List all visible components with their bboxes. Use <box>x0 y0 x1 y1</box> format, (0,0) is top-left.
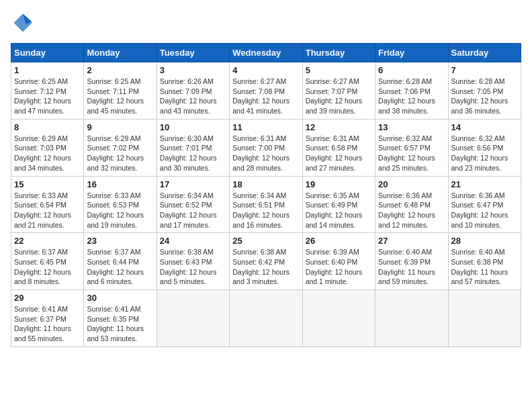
day-number: 10 <box>160 122 226 132</box>
day-info: Sunrise: 6:40 AMSunset: 6:38 PMDaylight:… <box>451 247 518 287</box>
day-number: 18 <box>232 179 299 189</box>
day-number: 19 <box>306 179 372 189</box>
weekday-header: Tuesday <box>157 44 229 62</box>
calendar-day-cell: 10Sunrise: 6:30 AMSunset: 7:01 PMDayligh… <box>157 119 229 176</box>
day-info: Sunrise: 6:41 AMSunset: 6:37 PMDaylight:… <box>14 304 81 344</box>
day-info: Sunrise: 6:35 AMSunset: 6:49 PMDaylight:… <box>306 191 372 230</box>
calendar-day-cell <box>448 290 521 347</box>
calendar-week-row: 8Sunrise: 6:29 AMSunset: 7:03 PMDaylight… <box>11 119 521 176</box>
calendar-day-cell: 13Sunrise: 6:32 AMSunset: 6:57 PMDayligh… <box>375 119 448 176</box>
calendar-day-cell: 29Sunrise: 6:41 AMSunset: 6:37 PMDayligh… <box>11 290 84 347</box>
logo-icon <box>11 11 35 35</box>
day-number: 8 <box>14 122 81 132</box>
calendar-day-cell: 20Sunrise: 6:36 AMSunset: 6:48 PMDayligh… <box>375 176 448 233</box>
day-info: Sunrise: 6:33 AMSunset: 6:53 PMDaylight:… <box>87 191 153 230</box>
calendar-table: SundayMondayTuesdayWednesdayThursdayFrid… <box>11 43 521 347</box>
day-number: 5 <box>306 65 372 75</box>
weekday-header-row: SundayMondayTuesdayWednesdayThursdayFrid… <box>11 44 521 62</box>
day-info: Sunrise: 6:38 AMSunset: 6:42 PMDaylight:… <box>232 247 299 287</box>
calendar-day-cell: 14Sunrise: 6:32 AMSunset: 6:56 PMDayligh… <box>448 119 521 176</box>
calendar-day-cell: 21Sunrise: 6:36 AMSunset: 6:47 PMDayligh… <box>448 176 521 233</box>
day-info: Sunrise: 6:32 AMSunset: 6:56 PMDaylight:… <box>451 134 518 173</box>
calendar-day-cell: 26Sunrise: 6:39 AMSunset: 6:40 PMDayligh… <box>302 233 375 290</box>
calendar-day-cell: 22Sunrise: 6:37 AMSunset: 6:45 PMDayligh… <box>11 233 84 290</box>
day-info: Sunrise: 6:28 AMSunset: 7:05 PMDaylight:… <box>451 77 518 116</box>
page-header <box>11 11 521 35</box>
day-info: Sunrise: 6:31 AMSunset: 6:58 PMDaylight:… <box>306 134 372 173</box>
day-number: 9 <box>87 122 153 132</box>
day-number: 1 <box>14 65 81 75</box>
calendar-day-cell: 17Sunrise: 6:34 AMSunset: 6:52 PMDayligh… <box>157 176 229 233</box>
day-info: Sunrise: 6:27 AMSunset: 7:08 PMDaylight:… <box>232 77 299 116</box>
day-number: 2 <box>87 65 153 75</box>
logo <box>11 11 38 35</box>
day-info: Sunrise: 6:25 AMSunset: 7:11 PMDaylight:… <box>87 77 153 116</box>
calendar-day-cell: 27Sunrise: 6:40 AMSunset: 6:39 PMDayligh… <box>375 233 448 290</box>
calendar-week-row: 1Sunrise: 6:25 AMSunset: 7:12 PMDaylight… <box>11 62 521 120</box>
weekday-header: Monday <box>84 44 157 62</box>
day-number: 25 <box>232 236 299 246</box>
day-number: 26 <box>306 236 372 246</box>
calendar-day-cell: 24Sunrise: 6:38 AMSunset: 6:43 PMDayligh… <box>157 233 229 290</box>
calendar-day-cell: 2Sunrise: 6:25 AMSunset: 7:11 PMDaylight… <box>84 62 157 120</box>
day-info: Sunrise: 6:40 AMSunset: 6:39 PMDaylight:… <box>378 247 445 287</box>
weekday-header: Sunday <box>11 44 84 62</box>
weekday-header: Wednesday <box>230 44 302 62</box>
calendar-day-cell: 18Sunrise: 6:34 AMSunset: 6:51 PMDayligh… <box>230 176 302 233</box>
calendar-day-cell: 30Sunrise: 6:41 AMSunset: 6:35 PMDayligh… <box>84 290 157 347</box>
calendar-day-cell: 28Sunrise: 6:40 AMSunset: 6:38 PMDayligh… <box>448 233 521 290</box>
calendar-day-cell: 4Sunrise: 6:27 AMSunset: 7:08 PMDaylight… <box>230 62 302 120</box>
day-info: Sunrise: 6:25 AMSunset: 7:12 PMDaylight:… <box>14 77 81 116</box>
calendar-week-row: 15Sunrise: 6:33 AMSunset: 6:54 PMDayligh… <box>11 176 521 233</box>
calendar-week-row: 29Sunrise: 6:41 AMSunset: 6:37 PMDayligh… <box>11 290 521 347</box>
day-number: 13 <box>378 122 445 132</box>
day-info: Sunrise: 6:37 AMSunset: 6:45 PMDaylight:… <box>14 247 81 287</box>
calendar-day-cell: 1Sunrise: 6:25 AMSunset: 7:12 PMDaylight… <box>11 62 84 120</box>
day-number: 21 <box>451 179 518 189</box>
day-info: Sunrise: 6:38 AMSunset: 6:43 PMDaylight:… <box>160 247 226 287</box>
day-info: Sunrise: 6:32 AMSunset: 6:57 PMDaylight:… <box>378 134 445 173</box>
day-number: 6 <box>378 65 445 75</box>
day-info: Sunrise: 6:34 AMSunset: 6:51 PMDaylight:… <box>232 191 299 230</box>
calendar-day-cell: 16Sunrise: 6:33 AMSunset: 6:53 PMDayligh… <box>84 176 157 233</box>
day-info: Sunrise: 6:28 AMSunset: 7:06 PMDaylight:… <box>378 77 445 116</box>
day-number: 4 <box>232 65 299 75</box>
day-number: 3 <box>160 65 226 75</box>
calendar-day-cell: 15Sunrise: 6:33 AMSunset: 6:54 PMDayligh… <box>11 176 84 233</box>
day-info: Sunrise: 6:36 AMSunset: 6:47 PMDaylight:… <box>451 191 518 230</box>
calendar-day-cell: 9Sunrise: 6:29 AMSunset: 7:02 PMDaylight… <box>84 119 157 176</box>
weekday-header: Saturday <box>448 44 521 62</box>
calendar-day-cell: 23Sunrise: 6:37 AMSunset: 6:44 PMDayligh… <box>84 233 157 290</box>
svg-marker-0 <box>14 14 32 32</box>
weekday-header: Thursday <box>302 44 375 62</box>
day-info: Sunrise: 6:34 AMSunset: 6:52 PMDaylight:… <box>160 191 226 230</box>
day-number: 15 <box>14 179 81 189</box>
day-number: 16 <box>87 179 153 189</box>
day-number: 23 <box>87 236 153 246</box>
day-info: Sunrise: 6:29 AMSunset: 7:02 PMDaylight:… <box>87 134 153 173</box>
day-number: 30 <box>87 293 153 303</box>
day-info: Sunrise: 6:39 AMSunset: 6:40 PMDaylight:… <box>306 247 372 287</box>
calendar-day-cell <box>302 290 375 347</box>
day-number: 17 <box>160 179 226 189</box>
day-info: Sunrise: 6:27 AMSunset: 7:07 PMDaylight:… <box>306 77 372 116</box>
day-info: Sunrise: 6:29 AMSunset: 7:03 PMDaylight:… <box>14 134 81 173</box>
day-info: Sunrise: 6:33 AMSunset: 6:54 PMDaylight:… <box>14 191 81 230</box>
calendar-day-cell: 5Sunrise: 6:27 AMSunset: 7:07 PMDaylight… <box>302 62 375 120</box>
calendar-day-cell <box>157 290 229 347</box>
calendar-day-cell: 25Sunrise: 6:38 AMSunset: 6:42 PMDayligh… <box>230 233 302 290</box>
day-info: Sunrise: 6:36 AMSunset: 6:48 PMDaylight:… <box>378 191 445 230</box>
day-info: Sunrise: 6:41 AMSunset: 6:35 PMDaylight:… <box>87 304 153 344</box>
day-number: 22 <box>14 236 81 246</box>
calendar-day-cell: 6Sunrise: 6:28 AMSunset: 7:06 PMDaylight… <box>375 62 448 120</box>
day-info: Sunrise: 6:31 AMSunset: 7:00 PMDaylight:… <box>232 134 299 173</box>
calendar-week-row: 22Sunrise: 6:37 AMSunset: 6:45 PMDayligh… <box>11 233 521 290</box>
day-number: 11 <box>232 122 299 132</box>
day-number: 27 <box>378 236 445 246</box>
calendar-day-cell: 12Sunrise: 6:31 AMSunset: 6:58 PMDayligh… <box>302 119 375 176</box>
weekday-header: Friday <box>375 44 448 62</box>
calendar-day-cell: 7Sunrise: 6:28 AMSunset: 7:05 PMDaylight… <box>448 62 521 120</box>
day-number: 12 <box>306 122 372 132</box>
calendar-day-cell: 19Sunrise: 6:35 AMSunset: 6:49 PMDayligh… <box>302 176 375 233</box>
day-info: Sunrise: 6:37 AMSunset: 6:44 PMDaylight:… <box>87 247 153 287</box>
